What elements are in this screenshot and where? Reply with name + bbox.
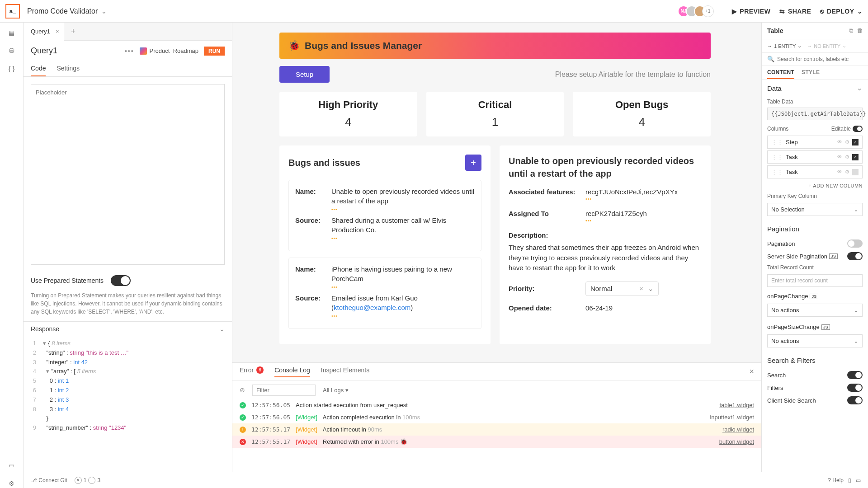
gear-icon[interactable]: ⚙ — [845, 154, 849, 160]
error-tab[interactable]: Error 8 — [240, 366, 264, 377]
detail-title: Unable to open previously recorded video… — [509, 155, 702, 180]
eye-icon[interactable]: 👁 — [837, 154, 842, 160]
add-issue-button[interactable]: + — [465, 155, 481, 171]
entity-chip[interactable]: → 1 ENTITY ⌄ — [767, 43, 802, 49]
ssp-toggle[interactable] — [847, 252, 863, 260]
filter-input[interactable] — [252, 385, 316, 396]
query-editor[interactable] — [31, 84, 225, 265]
clear-icon[interactable]: × — [639, 285, 643, 293]
gear-icon[interactable]: ⚙ — [845, 139, 849, 145]
drag-handle-icon[interactable]: ⋮⋮ — [771, 154, 783, 160]
search-filters-section[interactable]: Search & Filters — [762, 352, 868, 369]
column-check[interactable]: ✓ — [852, 154, 859, 160]
copy-icon[interactable]: ⧉ — [849, 27, 853, 34]
column-item[interactable]: ⋮⋮ Task 👁⚙ ✓ — [767, 150, 863, 164]
log-source-link[interactable]: button.widget — [719, 438, 754, 445]
query-tab[interactable]: Query1 × — [24, 23, 64, 41]
no-entity-chip[interactable]: → NO ENTITY ⌄ — [807, 43, 846, 49]
property-search-input[interactable] — [777, 56, 863, 62]
stat-value: 1 — [434, 115, 557, 129]
opc-select[interactable]: No actions⌄ — [767, 304, 863, 317]
panel-title: Table — [767, 27, 783, 34]
preview-button[interactable]: ▶ PREVIEW — [732, 8, 771, 15]
setup-button[interactable]: Setup — [279, 66, 330, 83]
stat-card: Open Bugs4 — [573, 92, 711, 136]
column-check[interactable]: ✓ — [852, 169, 859, 175]
settings-tab[interactable]: Settings — [57, 61, 80, 76]
stat-label: Critical — [434, 99, 557, 111]
pagination-toggle[interactable] — [847, 239, 863, 248]
drag-handle-icon[interactable]: ⋮⋮ — [771, 139, 783, 145]
column-check[interactable]: ✓ — [852, 139, 859, 145]
table-data-input[interactable]: {{JSObject1.getAirTableData}} — [767, 108, 863, 120]
app-logo: a_ — [5, 4, 20, 19]
app-name: Promo Code Validator — [27, 7, 98, 15]
docs-icon[interactable]: ▭ — [7, 461, 16, 470]
datasource-chip[interactable]: Product_Roadmap — [140, 47, 198, 55]
eye-icon[interactable]: 👁 — [837, 169, 842, 175]
more-icon[interactable]: ••• — [125, 47, 134, 55]
share-button[interactable]: ⇆ SHARE — [779, 8, 811, 15]
issue-item[interactable]: Name:iPhone is having issues pairing to … — [288, 258, 481, 329]
status-badge[interactable]: ✕ — [75, 477, 82, 484]
log-row: ✕ 12:57:55.17 [Widget] Returned with err… — [232, 436, 761, 448]
log-source-link[interactable]: radio.widget — [722, 426, 754, 433]
delete-icon[interactable]: 🗑 — [857, 27, 863, 34]
log-source-link[interactable]: table1.widget — [719, 402, 754, 408]
datasource-icon[interactable]: ⛁ — [7, 46, 16, 55]
close-icon[interactable]: × — [749, 367, 754, 376]
app-menu-chevron[interactable]: ⌄ — [101, 8, 107, 15]
connect-git-button[interactable]: ⎇ Connect Git — [31, 477, 67, 483]
eye-icon[interactable]: 👁 — [837, 139, 842, 145]
priority-select[interactable]: Normal × ⌄ — [585, 282, 659, 296]
share-icon: ⇆ — [779, 8, 785, 15]
add-tab-button[interactable]: + — [64, 23, 82, 41]
data-section[interactable]: Data⌄ — [762, 80, 868, 97]
column-item[interactable]: ⋮⋮ Task 👁⚙ ✓ — [767, 165, 863, 178]
filters-toggle[interactable] — [847, 384, 863, 392]
prepared-toggle[interactable] — [111, 275, 131, 286]
pk-select[interactable]: No Selection⌄ — [767, 203, 863, 216]
stat-label: High Priority — [287, 99, 410, 111]
log-source-link[interactable]: inputtext1.widget — [710, 414, 754, 421]
banner-title: Bugs and Issues Manager — [305, 40, 422, 51]
issue-item[interactable]: Name:Unable to open previously recorded … — [288, 180, 481, 251]
clear-icon[interactable]: ⊘ — [240, 386, 245, 394]
search-icon: 🔍 — [767, 56, 774, 62]
pagination-section[interactable]: Pagination — [762, 221, 868, 237]
stat-card: High Priority4 — [279, 92, 417, 136]
style-tab[interactable]: STYLE — [802, 69, 820, 79]
layout-icon[interactable]: ▯ — [848, 477, 851, 483]
opsc-select[interactable]: No actions⌄ — [767, 334, 863, 347]
status-bar: ⎇ Connect Git ✕1 i3 ? Help ▯ ▭ — [24, 472, 868, 488]
search-toggle[interactable] — [847, 371, 863, 379]
avatar-more[interactable]: +1 — [702, 5, 714, 17]
settings-icon[interactable]: ⚙ — [7, 479, 16, 488]
page-icon[interactable]: ▦ — [7, 28, 16, 37]
status-icon: ✕ — [240, 439, 246, 445]
close-icon[interactable]: × — [56, 28, 59, 35]
drag-handle-icon[interactable]: ⋮⋮ — [771, 169, 783, 175]
chevron-down-icon: ⌄ — [857, 8, 863, 15]
editable-toggle[interactable] — [853, 126, 863, 132]
inspect-tab[interactable]: Inspect Elements — [321, 366, 369, 377]
help-button[interactable]: ? Help — [828, 477, 844, 483]
deploy-button[interactable]: ⎋ DEPLOY ⌄ — [820, 8, 863, 15]
column-item[interactable]: ⋮⋮ Step 👁⚙ ✓ — [767, 136, 863, 149]
trc-input[interactable]: Enter total record count — [767, 274, 863, 287]
console-log-tab[interactable]: Console Log — [274, 366, 310, 377]
run-button[interactable]: RUN — [204, 47, 225, 56]
css-toggle[interactable] — [847, 396, 863, 404]
code-tab[interactable]: Code — [31, 61, 46, 76]
layout-icon[interactable]: ▭ — [856, 477, 861, 483]
response-header[interactable]: Response ⌄ — [24, 321, 232, 336]
js-icon[interactable]: { } — [7, 64, 16, 73]
chevron-down-icon[interactable]: ⌄ — [648, 285, 654, 293]
prepared-label: Use Prepared Statements — [31, 277, 104, 284]
log-level-select[interactable]: All Logs▾ — [323, 387, 349, 394]
content-tab[interactable]: CONTENT — [767, 69, 794, 79]
add-column-button[interactable]: + ADD NEW COLUMN — [762, 180, 868, 191]
gear-icon[interactable]: ⚙ — [845, 169, 849, 175]
stat-value: 4 — [580, 115, 703, 129]
status-badge[interactable]: i — [88, 477, 95, 484]
